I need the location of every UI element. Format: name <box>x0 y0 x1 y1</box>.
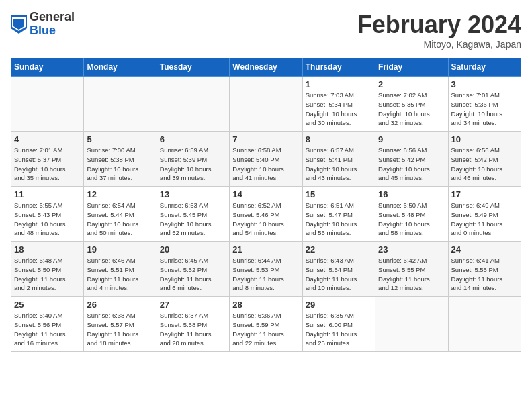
logo-text: General Blue <box>30 11 75 38</box>
day-number: 18 <box>14 244 81 255</box>
day-info: Sunrise: 6:43 AM Sunset: 5:54 PM Dayligh… <box>306 256 372 293</box>
day-cell: 27Sunrise: 6:37 AM Sunset: 5:58 PM Dayli… <box>157 297 229 352</box>
week-row-3: 11Sunrise: 6:55 AM Sunset: 5:43 PM Dayli… <box>11 187 521 242</box>
location: Mitoyo, Kagawa, Japan <box>357 39 521 50</box>
day-cell: 9Sunrise: 6:56 AM Sunset: 5:42 PM Daylig… <box>375 132 448 187</box>
day-info: Sunrise: 6:40 AM Sunset: 5:56 PM Dayligh… <box>14 311 81 348</box>
day-cell: 23Sunrise: 6:42 AM Sunset: 5:55 PM Dayli… <box>375 242 448 297</box>
day-info: Sunrise: 6:56 AM Sunset: 5:42 PM Dayligh… <box>378 146 445 183</box>
day-number: 10 <box>451 134 518 144</box>
day-number: 14 <box>232 189 299 199</box>
day-info: Sunrise: 7:01 AM Sunset: 5:37 PM Dayligh… <box>14 146 81 183</box>
day-cell <box>375 297 448 352</box>
day-number: 12 <box>87 189 153 199</box>
day-cell <box>157 77 229 132</box>
day-cell <box>448 297 521 352</box>
day-cell: 16Sunrise: 6:50 AM Sunset: 5:48 PM Dayli… <box>375 187 448 242</box>
day-header-wednesday: Wednesday <box>230 58 302 77</box>
logo-icon <box>11 15 27 34</box>
day-cell: 11Sunrise: 6:55 AM Sunset: 5:43 PM Dayli… <box>11 187 84 242</box>
day-info: Sunrise: 6:53 AM Sunset: 5:45 PM Dayligh… <box>160 201 226 238</box>
day-info: Sunrise: 6:37 AM Sunset: 5:58 PM Dayligh… <box>160 311 226 348</box>
week-row-4: 18Sunrise: 6:48 AM Sunset: 5:50 PM Dayli… <box>11 242 521 297</box>
day-info: Sunrise: 6:36 AM Sunset: 5:59 PM Dayligh… <box>232 311 299 348</box>
day-number: 5 <box>87 134 153 144</box>
week-row-1: 1Sunrise: 7:03 AM Sunset: 5:34 PM Daylig… <box>11 77 521 132</box>
day-number: 2 <box>378 79 445 89</box>
day-info: Sunrise: 6:57 AM Sunset: 5:41 PM Dayligh… <box>306 146 372 183</box>
day-info: Sunrise: 6:55 AM Sunset: 5:43 PM Dayligh… <box>14 201 81 238</box>
day-cell: 25Sunrise: 6:40 AM Sunset: 5:56 PM Dayli… <box>11 297 84 352</box>
day-number: 3 <box>451 79 518 89</box>
day-cell: 4Sunrise: 7:01 AM Sunset: 5:37 PM Daylig… <box>11 132 84 187</box>
day-info: Sunrise: 6:45 AM Sunset: 5:52 PM Dayligh… <box>160 256 226 293</box>
day-number: 9 <box>378 134 445 144</box>
day-cell: 22Sunrise: 6:43 AM Sunset: 5:54 PM Dayli… <box>302 242 375 297</box>
logo: General Blue <box>11 11 75 38</box>
day-info: Sunrise: 6:51 AM Sunset: 5:47 PM Dayligh… <box>306 201 372 238</box>
day-info: Sunrise: 6:50 AM Sunset: 5:48 PM Dayligh… <box>378 201 445 238</box>
day-cell: 10Sunrise: 6:56 AM Sunset: 5:42 PM Dayli… <box>448 132 521 187</box>
day-number: 27 <box>160 300 226 310</box>
calendar-table: SundayMondayTuesdayWednesdayThursdayFrid… <box>11 58 521 352</box>
day-number: 8 <box>306 134 372 144</box>
day-info: Sunrise: 6:54 AM Sunset: 5:44 PM Dayligh… <box>87 201 153 238</box>
day-info: Sunrise: 6:44 AM Sunset: 5:53 PM Dayligh… <box>232 256 299 293</box>
day-number: 16 <box>378 189 445 199</box>
day-header-sunday: Sunday <box>11 58 84 77</box>
header-row: SundayMondayTuesdayWednesdayThursdayFrid… <box>11 58 521 77</box>
day-header-saturday: Saturday <box>448 58 521 77</box>
title-section: February 2024 Mitoyo, Kagawa, Japan <box>357 11 521 50</box>
day-info: Sunrise: 6:41 AM Sunset: 5:55 PM Dayligh… <box>451 256 518 293</box>
day-number: 20 <box>160 244 226 255</box>
day-number: 7 <box>232 134 299 144</box>
day-number: 19 <box>87 244 153 255</box>
day-number: 26 <box>87 300 153 310</box>
day-cell: 14Sunrise: 6:52 AM Sunset: 5:46 PM Dayli… <box>230 187 302 242</box>
day-cell: 13Sunrise: 6:53 AM Sunset: 5:45 PM Dayli… <box>157 187 229 242</box>
day-number: 4 <box>14 134 81 144</box>
week-row-2: 4Sunrise: 7:01 AM Sunset: 5:37 PM Daylig… <box>11 132 521 187</box>
day-cell: 28Sunrise: 6:36 AM Sunset: 5:59 PM Dayli… <box>230 297 302 352</box>
day-header-thursday: Thursday <box>302 58 375 77</box>
day-info: Sunrise: 7:03 AM Sunset: 5:34 PM Dayligh… <box>306 91 372 128</box>
day-number: 1 <box>306 79 372 89</box>
day-cell: 3Sunrise: 7:01 AM Sunset: 5:36 PM Daylig… <box>448 77 521 132</box>
day-info: Sunrise: 6:52 AM Sunset: 5:46 PM Dayligh… <box>232 201 299 238</box>
day-number: 28 <box>232 300 299 310</box>
day-number: 13 <box>160 189 226 199</box>
day-header-tuesday: Tuesday <box>157 58 229 77</box>
day-number: 11 <box>14 189 81 199</box>
day-info: Sunrise: 7:01 AM Sunset: 5:36 PM Dayligh… <box>451 91 518 128</box>
day-number: 15 <box>306 189 372 199</box>
day-cell: 5Sunrise: 7:00 AM Sunset: 5:38 PM Daylig… <box>84 132 157 187</box>
day-cell: 12Sunrise: 6:54 AM Sunset: 5:44 PM Dayli… <box>84 187 157 242</box>
day-info: Sunrise: 6:49 AM Sunset: 5:49 PM Dayligh… <box>451 201 518 238</box>
day-cell: 20Sunrise: 6:45 AM Sunset: 5:52 PM Dayli… <box>157 242 229 297</box>
day-cell: 2Sunrise: 7:02 AM Sunset: 5:35 PM Daylig… <box>375 77 448 132</box>
day-info: Sunrise: 6:46 AM Sunset: 5:51 PM Dayligh… <box>87 256 153 293</box>
day-info: Sunrise: 6:48 AM Sunset: 5:50 PM Dayligh… <box>14 256 81 293</box>
month-title: February 2024 <box>357 11 521 39</box>
day-cell <box>230 77 302 132</box>
day-number: 6 <box>160 134 226 144</box>
day-number: 29 <box>306 300 372 310</box>
day-cell: 29Sunrise: 6:35 AM Sunset: 6:00 PM Dayli… <box>302 297 375 352</box>
day-cell <box>11 77 84 132</box>
day-number: 17 <box>451 189 518 199</box>
day-cell: 15Sunrise: 6:51 AM Sunset: 5:47 PM Dayli… <box>302 187 375 242</box>
day-cell: 8Sunrise: 6:57 AM Sunset: 5:41 PM Daylig… <box>302 132 375 187</box>
day-info: Sunrise: 7:02 AM Sunset: 5:35 PM Dayligh… <box>378 91 445 128</box>
day-cell: 17Sunrise: 6:49 AM Sunset: 5:49 PM Dayli… <box>448 187 521 242</box>
day-cell: 26Sunrise: 6:38 AM Sunset: 5:57 PM Dayli… <box>84 297 157 352</box>
day-number: 25 <box>14 300 81 310</box>
day-info: Sunrise: 7:00 AM Sunset: 5:38 PM Dayligh… <box>87 146 153 183</box>
page-header: General Blue February 2024 Mitoyo, Kagaw… <box>11 11 521 50</box>
day-cell: 7Sunrise: 6:58 AM Sunset: 5:40 PM Daylig… <box>230 132 302 187</box>
day-number: 22 <box>306 244 372 255</box>
day-info: Sunrise: 6:56 AM Sunset: 5:42 PM Dayligh… <box>451 146 518 183</box>
day-info: Sunrise: 6:35 AM Sunset: 6:00 PM Dayligh… <box>306 311 372 348</box>
day-info: Sunrise: 6:59 AM Sunset: 5:39 PM Dayligh… <box>160 146 226 183</box>
day-cell: 21Sunrise: 6:44 AM Sunset: 5:53 PM Dayli… <box>230 242 302 297</box>
week-row-5: 25Sunrise: 6:40 AM Sunset: 5:56 PM Dayli… <box>11 297 521 352</box>
